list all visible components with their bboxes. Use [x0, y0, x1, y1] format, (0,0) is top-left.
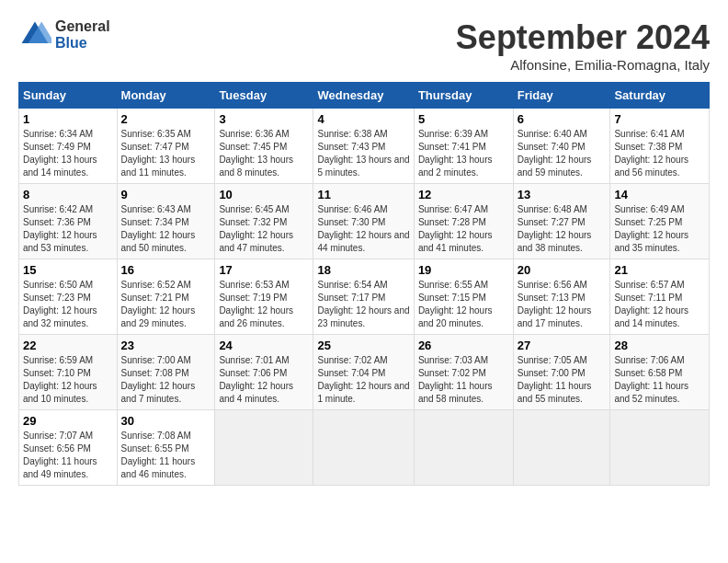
day-info: Sunrise: 6:47 AM Sunset: 7:28 PM Dayligh…: [418, 203, 509, 255]
day-number: 24: [219, 339, 309, 352]
logo-text: General Blue: [55, 18, 110, 52]
title-block: September 2024 Alfonsine, Emilia-Romagna…: [456, 18, 710, 73]
week-row-1: 1 Sunrise: 6:34 AM Sunset: 7:49 PM Dayli…: [19, 109, 710, 184]
day-info: Sunrise: 7:06 AM Sunset: 6:58 PM Dayligh…: [614, 354, 705, 406]
calendar-cell: 23 Sunrise: 7:00 AM Sunset: 7:08 PM Dayl…: [117, 335, 215, 410]
calendar-table: Sunday Monday Tuesday Wednesday Thursday…: [18, 82, 710, 486]
calendar-cell: [513, 410, 610, 486]
day-number: 11: [317, 188, 409, 201]
day-info: Sunrise: 6:49 AM Sunset: 7:25 PM Dayligh…: [614, 203, 705, 255]
col-tuesday: Tuesday: [215, 83, 313, 109]
day-number: 21: [614, 263, 705, 277]
calendar-cell: [215, 410, 313, 486]
day-number: 29: [23, 414, 113, 428]
week-row-3: 15 Sunrise: 6:50 AM Sunset: 7:23 PM Dayl…: [19, 259, 710, 335]
calendar-cell: 9 Sunrise: 6:43 AM Sunset: 7:34 PM Dayli…: [117, 184, 215, 259]
day-number: 16: [121, 263, 211, 277]
day-info: Sunrise: 6:52 AM Sunset: 7:21 PM Dayligh…: [121, 279, 211, 330]
day-number: 27: [518, 339, 607, 352]
day-info: Sunrise: 7:03 AM Sunset: 7:02 PM Dayligh…: [418, 354, 509, 406]
day-number: 6: [518, 112, 607, 126]
day-info: Sunrise: 6:57 AM Sunset: 7:11 PM Dayligh…: [614, 279, 705, 330]
month-title: September 2024: [456, 18, 710, 57]
calendar-cell: 21 Sunrise: 6:57 AM Sunset: 7:11 PM Dayl…: [610, 259, 710, 335]
calendar-cell: 4 Sunrise: 6:38 AM Sunset: 7:43 PM Dayli…: [313, 109, 414, 184]
calendar-cell: 5 Sunrise: 6:39 AM Sunset: 7:41 PM Dayli…: [414, 109, 513, 184]
day-info: Sunrise: 7:05 AM Sunset: 7:00 PM Dayligh…: [518, 354, 607, 406]
day-number: 26: [418, 339, 509, 352]
day-info: Sunrise: 6:55 AM Sunset: 7:15 PM Dayligh…: [418, 279, 509, 330]
day-number: 18: [317, 263, 409, 277]
day-number: 5: [418, 112, 509, 126]
day-info: Sunrise: 6:53 AM Sunset: 7:19 PM Dayligh…: [219, 279, 309, 330]
day-info: Sunrise: 7:01 AM Sunset: 7:06 PM Dayligh…: [219, 354, 309, 406]
day-info: Sunrise: 6:36 AM Sunset: 7:45 PM Dayligh…: [219, 128, 309, 179]
calendar-cell: 18 Sunrise: 6:54 AM Sunset: 7:17 PM Dayl…: [313, 259, 414, 335]
calendar-cell: 6 Sunrise: 6:40 AM Sunset: 7:40 PM Dayli…: [513, 109, 610, 184]
day-info: Sunrise: 6:59 AM Sunset: 7:10 PM Dayligh…: [23, 354, 113, 406]
day-info: Sunrise: 6:42 AM Sunset: 7:36 PM Dayligh…: [23, 203, 113, 255]
day-number: 1: [23, 112, 113, 126]
calendar-cell: 3 Sunrise: 6:36 AM Sunset: 7:45 PM Dayli…: [215, 109, 313, 184]
day-number: 10: [219, 188, 309, 201]
day-number: 8: [23, 188, 113, 201]
day-number: 30: [121, 414, 211, 428]
day-number: 2: [121, 112, 211, 126]
calendar-cell: 27 Sunrise: 7:05 AM Sunset: 7:00 PM Dayl…: [513, 335, 610, 410]
day-info: Sunrise: 6:50 AM Sunset: 7:23 PM Dayligh…: [23, 279, 113, 330]
day-number: 15: [23, 263, 113, 277]
calendar-cell: [414, 410, 513, 486]
day-info: Sunrise: 6:35 AM Sunset: 7:47 PM Dayligh…: [121, 128, 211, 179]
day-info: Sunrise: 6:39 AM Sunset: 7:41 PM Dayligh…: [418, 128, 509, 179]
day-number: 4: [317, 112, 409, 126]
day-number: 22: [23, 339, 113, 352]
day-info: Sunrise: 6:45 AM Sunset: 7:32 PM Dayligh…: [219, 203, 309, 255]
day-number: 23: [121, 339, 211, 352]
calendar-cell: 17 Sunrise: 6:53 AM Sunset: 7:19 PM Dayl…: [215, 259, 313, 335]
calendar-cell: 20 Sunrise: 6:56 AM Sunset: 7:13 PM Dayl…: [513, 259, 610, 335]
calendar-cell: 14 Sunrise: 6:49 AM Sunset: 7:25 PM Dayl…: [610, 184, 710, 259]
calendar-cell: 8 Sunrise: 6:42 AM Sunset: 7:36 PM Dayli…: [19, 184, 118, 259]
day-info: Sunrise: 6:38 AM Sunset: 7:43 PM Dayligh…: [317, 128, 409, 179]
day-info: Sunrise: 6:34 AM Sunset: 7:49 PM Dayligh…: [23, 128, 113, 179]
week-row-2: 8 Sunrise: 6:42 AM Sunset: 7:36 PM Dayli…: [19, 184, 710, 259]
col-saturday: Saturday: [610, 83, 710, 109]
day-info: Sunrise: 7:07 AM Sunset: 6:56 PM Dayligh…: [23, 430, 113, 481]
location-title: Alfonsine, Emilia-Romagna, Italy: [456, 57, 710, 73]
calendar-cell: 24 Sunrise: 7:01 AM Sunset: 7:06 PM Dayl…: [215, 335, 313, 410]
day-info: Sunrise: 6:54 AM Sunset: 7:17 PM Dayligh…: [317, 279, 409, 330]
col-monday: Monday: [117, 83, 215, 109]
col-friday: Friday: [513, 83, 610, 109]
day-info: Sunrise: 6:56 AM Sunset: 7:13 PM Dayligh…: [518, 279, 607, 330]
calendar-cell: 12 Sunrise: 6:47 AM Sunset: 7:28 PM Dayl…: [414, 184, 513, 259]
day-number: 28: [614, 339, 705, 352]
calendar-header-row: Sunday Monday Tuesday Wednesday Thursday…: [19, 83, 710, 109]
day-info: Sunrise: 6:41 AM Sunset: 7:38 PM Dayligh…: [614, 128, 705, 179]
day-number: 14: [614, 188, 705, 201]
col-sunday: Sunday: [19, 83, 118, 109]
calendar-cell: 29 Sunrise: 7:07 AM Sunset: 6:56 PM Dayl…: [19, 410, 118, 486]
page-header: General Blue September 2024 Alfonsine, E…: [18, 18, 710, 73]
calendar-cell: 10 Sunrise: 6:45 AM Sunset: 7:32 PM Dayl…: [215, 184, 313, 259]
calendar-cell: [610, 410, 710, 486]
day-number: 17: [219, 263, 309, 277]
day-number: 19: [418, 263, 509, 277]
calendar-cell: 7 Sunrise: 6:41 AM Sunset: 7:38 PM Dayli…: [610, 109, 710, 184]
logo: General Blue: [18, 18, 110, 52]
day-info: Sunrise: 6:40 AM Sunset: 7:40 PM Dayligh…: [518, 128, 607, 179]
calendar-cell: 30 Sunrise: 7:08 AM Sunset: 6:55 PM Dayl…: [117, 410, 215, 486]
calendar-cell: 1 Sunrise: 6:34 AM Sunset: 7:49 PM Dayli…: [19, 109, 118, 184]
week-row-5: 29 Sunrise: 7:07 AM Sunset: 6:56 PM Dayl…: [19, 410, 710, 486]
day-number: 9: [121, 188, 211, 201]
day-number: 20: [518, 263, 607, 277]
calendar-cell: 13 Sunrise: 6:48 AM Sunset: 7:27 PM Dayl…: [513, 184, 610, 259]
day-number: 3: [219, 112, 309, 126]
calendar-cell: 28 Sunrise: 7:06 AM Sunset: 6:58 PM Dayl…: [610, 335, 710, 410]
calendar-cell: 11 Sunrise: 6:46 AM Sunset: 7:30 PM Dayl…: [313, 184, 414, 259]
calendar-cell: 2 Sunrise: 6:35 AM Sunset: 7:47 PM Dayli…: [117, 109, 215, 184]
calendar-cell: 16 Sunrise: 6:52 AM Sunset: 7:21 PM Dayl…: [117, 259, 215, 335]
day-info: Sunrise: 7:02 AM Sunset: 7:04 PM Dayligh…: [317, 354, 409, 406]
day-number: 12: [418, 188, 509, 201]
calendar-cell: 25 Sunrise: 7:02 AM Sunset: 7:04 PM Dayl…: [313, 335, 414, 410]
day-number: 13: [518, 188, 607, 201]
